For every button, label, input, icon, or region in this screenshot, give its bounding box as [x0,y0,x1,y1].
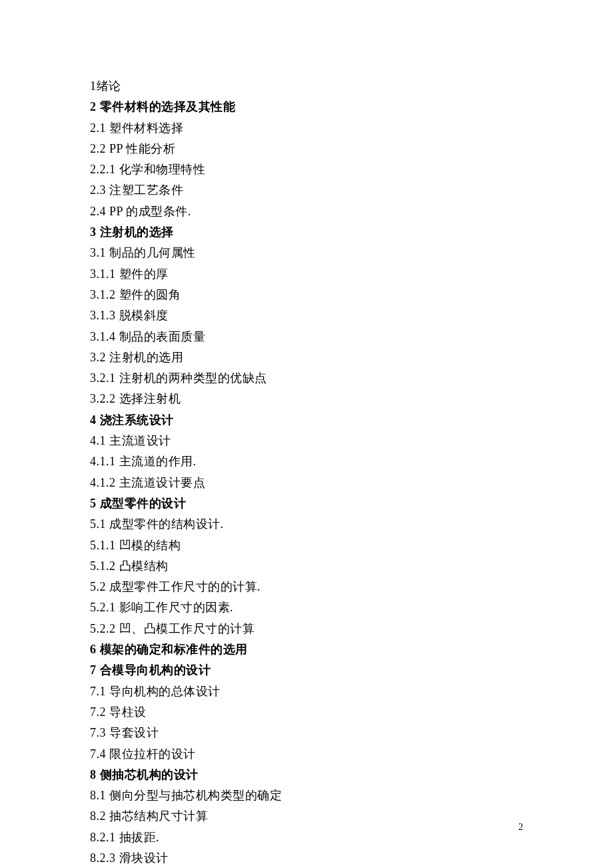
toc-entry: 2.1 塑件材料选择 [90,119,523,138]
toc-entry: 5.1.1 凹模的结构 [90,536,523,555]
toc-entry: 2.3 注塑工艺条件 [90,181,523,200]
toc-entry: 7.2 导柱设 [90,703,523,722]
toc-entry: 8.2 抽芯结构尺寸计算 [90,807,523,826]
table-of-contents: 1绪论2 零件材料的选择及其性能2.1 塑件材料选择2.2 PP 性能分析2.2… [90,77,523,868]
toc-entry: 3 注射机的选择 [90,223,523,242]
toc-entry: 4 浇注系统设计 [90,411,523,430]
toc-entry: 3.1.1 塑件的厚 [90,265,523,284]
toc-entry: 1绪论 [90,77,523,96]
toc-entry: 4.1.1 主流道的作用. [90,452,523,471]
toc-entry: 5.2.2 凹、凸模工作尺寸的计算 [90,619,523,639]
toc-entry: 5.2 成型零件工作尺寸的的计算. [90,577,523,597]
toc-entry: 2.2 PP 性能分析 [90,139,523,159]
toc-entry: 2.2.1 化学和物理特性 [90,160,523,179]
toc-entry: 5.2.1 影响工作尺寸的因素. [90,598,523,617]
toc-entry: 8.1 侧向分型与抽芯机构类型的确定 [90,786,523,805]
toc-entry: 2 零件材料的选择及其性能 [90,97,523,117]
toc-entry: 3.1 制品的几何属性 [90,243,523,263]
toc-entry: 8 侧抽芯机构的设计 [90,765,523,785]
toc-entry: 3.1.2 塑件的圆角 [90,285,523,305]
toc-entry: 5.1 成型零件的结构设计. [90,515,523,534]
page-number: 2 [518,820,523,835]
toc-entry: 8.2.1 抽拔距. [90,828,523,847]
toc-entry: 5.1.2 凸模结构 [90,557,523,576]
toc-entry: 3.2.1 注射机的两种类型的优缺点 [90,369,523,388]
toc-entry: 4.1.2 主流道设计要点 [90,473,523,493]
toc-entry: 7.4 限位拉杆的设计 [90,745,523,764]
toc-entry: 6 模架的确定和标准件的选用 [90,640,523,659]
toc-entry: 7 合模导向机构的设计 [90,661,523,680]
document-page: 1绪论2 零件材料的选择及其性能2.1 塑件材料选择2.2 PP 性能分析2.2… [0,0,613,868]
toc-entry: 3.2 注射机的选用 [90,348,523,367]
toc-entry: 7.1 导向机构的总体设计 [90,682,523,701]
toc-entry: 3.2.2 选择注射机 [90,389,523,409]
toc-entry: 4.1 主流道设计 [90,431,523,451]
toc-entry: 3.1.3 脱模斜度 [90,306,523,325]
toc-entry: 5 成型零件的设计 [90,494,523,513]
toc-entry: 8.2.3 滑块设计 [90,849,523,868]
toc-entry: 7.3 导套设计 [90,723,523,743]
toc-entry: 2.4 PP 的成型条件. [90,202,523,221]
toc-entry: 3.1.4 制品的表面质量 [90,327,523,347]
